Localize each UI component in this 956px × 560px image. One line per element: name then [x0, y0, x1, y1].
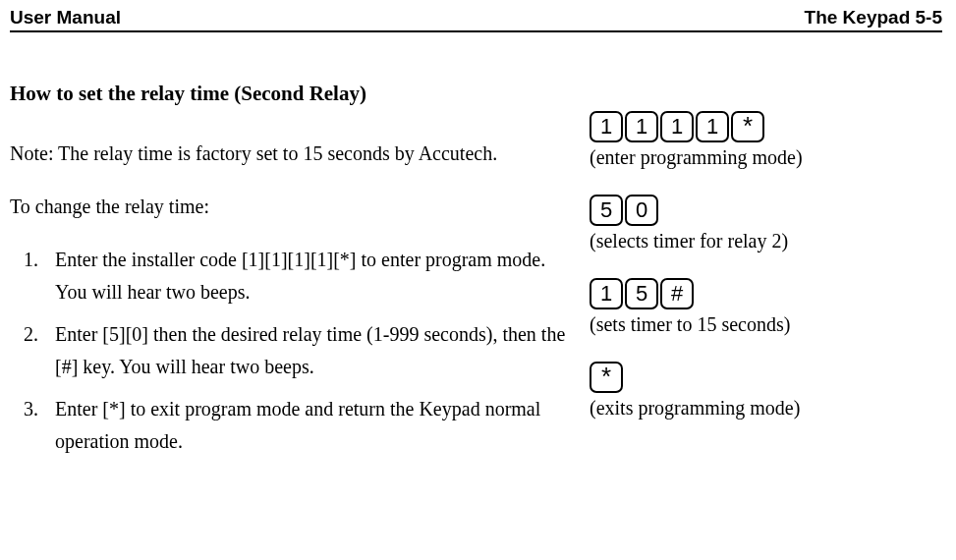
sequence-caption: (selects timer for relay 2) [590, 230, 942, 252]
keypad-key-star: * [590, 362, 623, 393]
sequence-caption: (enter programming mode) [590, 146, 942, 169]
key-sequence: 1 1 1 1 * (enter programming mode) [590, 111, 942, 169]
keypad-key: 1 [625, 111, 658, 142]
key-sequence: * (exits programming mode) [590, 362, 942, 420]
keypad-key: 5 [590, 195, 623, 226]
keypad-key: 1 [590, 278, 623, 309]
keypad-key: 1 [660, 111, 694, 142]
keypad-key: 0 [625, 195, 658, 226]
lead-text: To change the relay time: [10, 191, 580, 222]
factory-note: Note: The relay time is factory set to 1… [10, 138, 580, 169]
sequence-caption: (sets timer to 15 seconds) [590, 313, 942, 336]
keypad-key-hash: # [660, 278, 694, 309]
header-right: The Keypad 5-5 [805, 7, 942, 28]
keypad-key: 1 [590, 111, 623, 142]
step-item: Enter [*] to exit program mode and retur… [43, 393, 580, 458]
header-left: User Manual [10, 7, 121, 28]
sequence-caption: (exits programming mode) [590, 397, 942, 420]
page-header: User Manual The Keypad 5-5 [10, 7, 942, 32]
keypad-key: 5 [625, 278, 658, 309]
step-item: Enter [5][0] then the desired relay time… [43, 318, 580, 383]
key-sequence: 5 0 (selects timer for relay 2) [590, 195, 942, 252]
step-item: Enter the installer code [1][1][1][1][*]… [43, 244, 580, 308]
steps-list: Enter the installer code [1][1][1][1][*]… [43, 244, 580, 458]
section-title: How to set the relay time (Second Relay) [10, 82, 580, 106]
keypad-key: 1 [696, 111, 729, 142]
keypad-key-star: * [731, 111, 764, 142]
key-sequence: 1 5 # (sets timer to 15 seconds) [590, 278, 942, 336]
